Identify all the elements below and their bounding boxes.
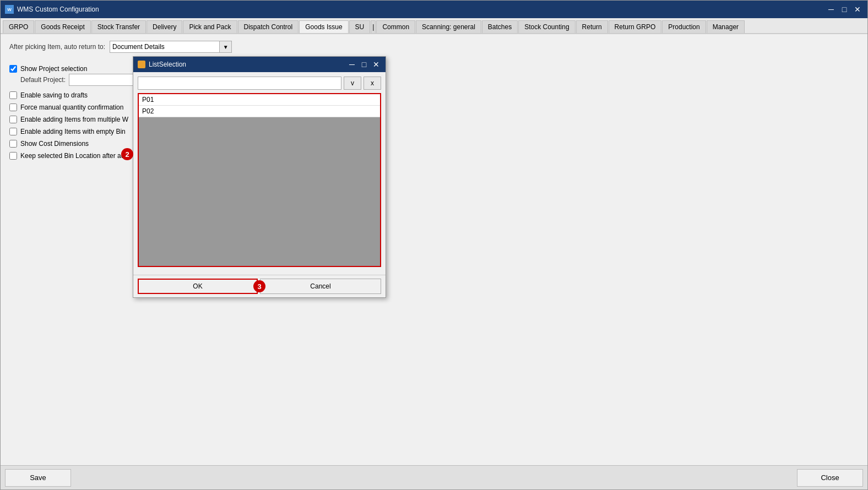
tab-separator: | [371,20,376,33]
tab-delivery[interactable]: Delivery [147,20,182,33]
dialog-cancel-button[interactable]: Cancel [260,279,381,294]
keep-bin-label: Keep selected Bin Location after ad [20,152,124,160]
show-project-label: Show Project selection [20,65,87,73]
tab-common[interactable]: Common [376,20,415,33]
window-title: WMS Custom Configuration [17,6,99,13]
tab-batches[interactable]: Batches [482,20,518,33]
tab-goods-receipt[interactable]: Goods Receipt [35,20,90,33]
tab-dispatch-control[interactable]: Dispatch Control [238,20,299,33]
tab-stock-counting[interactable]: Stock Counting [518,20,575,33]
enable-multiple-label: Enable adding Items from multiple W [20,116,128,123]
enable-multiple-checkbox[interactable] [9,116,17,123]
dropdown-container: Document DetailsItem ListMain Menu ▼ [110,41,232,53]
dialog-body: v x P01 P02 2 [133,72,386,275]
window-controls: ─ □ ✕ [826,6,863,13]
dialog-title-left: ListSelection [138,61,186,68]
tab-production[interactable]: Production [662,20,706,33]
after-picking-label: After picking Item, auto return to: [9,43,105,51]
force-manual-label: Force manual quantity confirmation [20,104,123,111]
tab-return-grpo[interactable]: Return GRPO [609,20,662,33]
maximize-button[interactable]: □ [839,6,850,13]
minimize-button[interactable]: ─ [826,6,837,13]
force-manual-checkbox[interactable] [9,104,17,111]
tab-pick-and-pack[interactable]: Pick and Pack [183,20,237,33]
tab-bar: GRPO Goods Receipt Stock Transfer Delive… [1,18,867,34]
enable-drafts-checkbox[interactable] [9,91,17,99]
show-project-checkbox[interactable] [9,65,17,73]
dialog-search-x-button[interactable]: x [364,77,381,90]
tab-return[interactable]: Return [576,20,608,33]
show-cost-label: Show Cost Dimensions [20,140,89,148]
enable-drafts-label: Enable saving to drafts [20,91,88,99]
list-empty-area [139,117,380,266]
keep-bin-checkbox[interactable] [9,152,17,160]
dialog-list-container: P01 P02 2 [138,93,381,267]
tab-scanning-general[interactable]: Scanning: general [416,20,481,33]
title-bar: W WMS Custom Configuration ─ □ ✕ [1,1,867,18]
save-button[interactable]: Save [5,469,71,487]
tab-manager[interactable]: Manager [707,20,745,33]
show-cost-checkbox[interactable] [9,140,17,148]
tab-su[interactable]: SU [349,20,371,33]
dialog-title-icon [138,61,145,68]
dialog-close-button[interactable]: ✕ [371,60,381,69]
dialog-maximize-button[interactable]: □ [359,60,369,69]
tab-stock-transfer[interactable]: Stock Transfer [91,20,146,33]
auto-return-dropdown[interactable]: Document DetailsItem ListMain Menu [110,41,220,53]
dialog-minimize-button[interactable]: ─ [347,60,357,69]
ok-btn-wrapper: OK 3 [138,279,258,294]
bottom-bar: Save Close [1,465,867,489]
dialog-title-text: ListSelection [149,61,186,68]
list-selection-dialog: ListSelection ─ □ ✕ v x [133,56,386,298]
close-button-bottom[interactable]: Close [797,469,863,487]
enable-empty-bin-label: Enable adding Items with empty Bin [20,128,126,135]
list-item-p01[interactable]: P01 [139,94,380,106]
dialog-search-v-button[interactable]: v [344,77,361,90]
dropdown-arrow-icon[interactable]: ▼ [220,41,232,53]
after-picking-row: After picking Item, auto return to: Docu… [9,41,859,53]
dialog-list: P01 P02 [138,93,381,267]
close-button[interactable]: ✕ [852,6,863,13]
dialog-search-input[interactable] [138,77,341,90]
app-icon: W [5,5,14,14]
badge-3: 3 [253,280,265,292]
list-item-p02[interactable]: P02 [139,106,380,117]
badge-2: 2 [121,148,133,160]
content-area: After picking Item, auto return to: Docu… [1,34,867,465]
svg-text:W: W [7,7,12,12]
dialog-search-row: v x [138,77,381,90]
dialog-footer: OK 3 Cancel [133,275,386,297]
title-bar-left: W WMS Custom Configuration [5,5,99,14]
enable-empty-bin-checkbox[interactable] [9,128,17,135]
dialog-title-bar: ListSelection ─ □ ✕ [133,57,386,72]
tab-goods-issue[interactable]: Goods Issue [299,20,348,34]
default-project-label: Default Project: [20,76,66,84]
main-window: W WMS Custom Configuration ─ □ ✕ GRPO Go… [0,0,868,490]
dialog-controls: ─ □ ✕ [347,60,381,69]
tab-grpo[interactable]: GRPO [3,20,34,33]
dialog-ok-button[interactable]: OK [138,279,258,294]
